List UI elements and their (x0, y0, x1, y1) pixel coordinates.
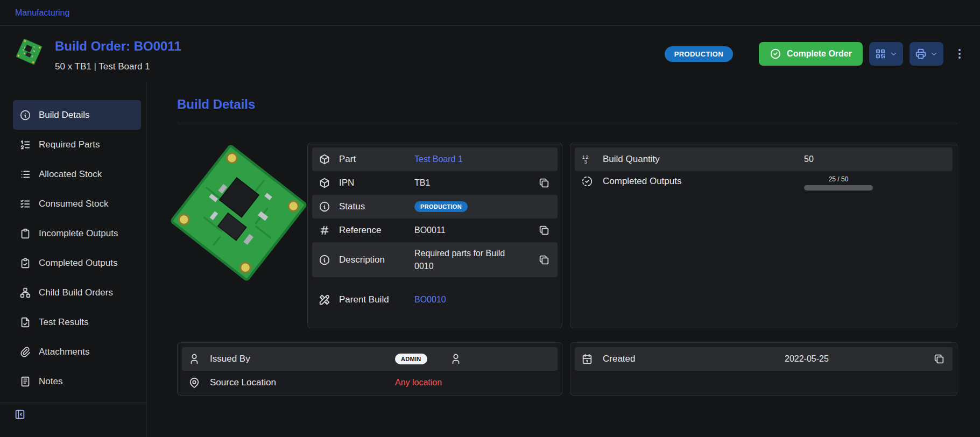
info-circle-icon (319, 201, 332, 213)
page-header: Build Order: BO0011 50 x TB1 | Test Boar… (0, 26, 980, 82)
sidebar-item-label: Child Build Orders (39, 287, 113, 298)
build-quantity-label: Build Quantity (603, 153, 780, 165)
breadcrumb-link-manufacturing[interactable]: Manufacturing (15, 8, 69, 18)
row-source-location: Source Location Any location (182, 371, 558, 394)
reference-label: Reference (339, 224, 393, 236)
user-icon (450, 353, 462, 365)
sidebar-item-label: Allocated Stock (39, 169, 102, 180)
parent-build-link[interactable]: BO0010 (414, 295, 446, 305)
sidebar-footer (0, 403, 146, 420)
detail-row-description: Description Required parts for Build 001… (312, 242, 558, 277)
copy-description-button[interactable] (537, 253, 551, 267)
description-value: Required parts for Build 0010 (414, 247, 525, 272)
row-completed-outputs: Completed Outputs 25 / 50 (575, 171, 953, 199)
complete-order-label: Complete Order (787, 49, 852, 59)
paperclip-icon (19, 346, 31, 358)
copy-icon (933, 353, 945, 365)
copy-ipn-button[interactable] (537, 176, 551, 190)
progress-track (804, 185, 873, 191)
parent-build-label: Parent Build (339, 294, 393, 305)
sidebar-item-label: Completed Outputs (39, 258, 117, 269)
list-icon (19, 168, 31, 180)
issued-by-badge: ADMIN (395, 354, 427, 364)
ipn-value: TB1 (414, 178, 430, 188)
build-quantity-value: 50 (780, 154, 946, 164)
sitemap-icon (19, 287, 31, 299)
build-details-panel: Part Test Board 1 IPN TB1 Status (307, 143, 562, 328)
dots-vertical-icon (953, 47, 966, 60)
sidebar-item-label: Required Parts (39, 139, 100, 150)
breadcrumb: Manufacturing (0, 0, 980, 26)
sidebar-item-child-build-orders[interactable]: Child Build Orders (13, 278, 141, 307)
source-location-label: Source Location (210, 377, 371, 388)
svg-text:3: 3 (584, 159, 587, 165)
overflow-menu-button[interactable] (953, 47, 966, 60)
row-created: Created 2022-05-25 (575, 347, 953, 371)
detail-row-ipn: IPN TB1 (312, 171, 558, 195)
copy-created-button[interactable] (932, 352, 946, 366)
pcb-image (168, 143, 308, 283)
tools-icon (319, 294, 332, 306)
info-circle-icon (319, 254, 332, 266)
sidebar-item-label: Consumed Stock (39, 199, 108, 209)
barcode-actions-button[interactable] (869, 42, 903, 66)
sidebar-item-label: Test Results (39, 317, 89, 328)
issue-panel: Issued By ADMIN Source Location Any loca… (177, 342, 562, 396)
row-issued-by: Issued By ADMIN (182, 347, 558, 371)
sidebar-item-build-details[interactable]: Build Details (13, 100, 141, 130)
status-label: Status (339, 201, 393, 212)
main-content: Build Details Part Test Board 1 (147, 82, 980, 437)
info-circle-icon (19, 109, 31, 121)
print-actions-button[interactable] (910, 42, 943, 66)
sidebar-collapse-icon (14, 408, 26, 420)
source-location-value: Any location (371, 378, 551, 387)
sidebar-item-incomplete-outputs[interactable]: Incomplete Outputs (13, 219, 141, 248)
sidebar-collapse-button[interactable] (14, 408, 26, 420)
detail-row-parent-build: Parent Build BO0010 (312, 277, 558, 322)
quantities-panel: 123 Build Quantity 50 Completed Outputs … (570, 143, 957, 328)
sidebar: Build Details Required Parts Allocated S… (0, 82, 147, 437)
status-badge-small: PRODUCTION (414, 201, 468, 212)
sidebar-item-label: Notes (39, 376, 62, 387)
progress-text: 25 / 50 (804, 175, 873, 183)
status-badge: PRODUCTION (665, 46, 733, 62)
created-value: 2022-05-25 (785, 354, 829, 364)
sidebar-item-notes[interactable]: Notes (13, 366, 141, 396)
list-numbers-icon (19, 139, 31, 151)
page-subtitle: 50 x TB1 | Test Board 1 (55, 61, 181, 72)
completed-outputs-progress: 25 / 50 (804, 175, 873, 191)
sidebar-item-completed-outputs[interactable]: Completed Outputs (13, 248, 141, 278)
part-link[interactable]: Test Board 1 (414, 154, 463, 164)
copy-reference-button[interactable] (537, 223, 551, 237)
build-order-page: Manufacturing Build Order: BO0011 50 x T… (0, 0, 980, 437)
copy-icon (538, 224, 550, 236)
box-icon (319, 153, 332, 165)
row-build-quantity: 123 Build Quantity 50 (575, 147, 953, 171)
completed-outputs-label: Completed Outputs (603, 175, 780, 187)
part-label: Part (339, 153, 393, 165)
file-report-icon (19, 316, 31, 328)
created-label: Created (603, 353, 780, 364)
sidebar-item-required-parts[interactable]: Required Parts (13, 130, 141, 159)
detail-row-reference: Reference BO0011 (312, 219, 558, 242)
sidebar-item-label: Attachments (39, 347, 90, 357)
copy-icon (538, 177, 550, 189)
section-title: Build Details (177, 97, 957, 112)
qrcode-icon (875, 48, 886, 60)
sidebar-item-attachments[interactable]: Attachments (13, 337, 141, 366)
clipboard-icon (19, 228, 31, 239)
ipn-label: IPN (339, 177, 393, 188)
build-order-thumbnail (14, 37, 44, 67)
calendar-icon (581, 353, 594, 365)
description-label: Description (339, 254, 393, 265)
part-image[interactable] (177, 143, 300, 328)
sidebar-item-allocated-stock[interactable]: Allocated Stock (13, 159, 141, 189)
complete-order-button[interactable]: Complete Order (759, 42, 863, 66)
sidebar-item-consumed-stock[interactable]: Consumed Stock (13, 189, 141, 219)
sidebar-item-test-results[interactable]: Test Results (13, 307, 141, 337)
hash-icon (319, 224, 332, 236)
notes-icon (19, 376, 31, 387)
reference-value: BO0011 (414, 225, 446, 235)
circle-check-icon (770, 48, 781, 60)
progress-check-icon (581, 175, 594, 187)
